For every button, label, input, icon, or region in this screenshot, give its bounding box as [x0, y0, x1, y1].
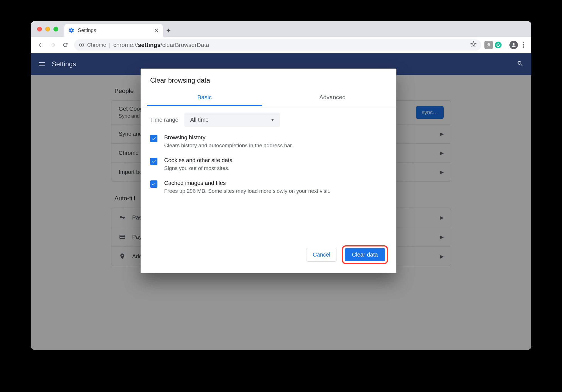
time-range-select[interactable]: All time ▼: [184, 113, 280, 127]
option-desc: Clears history and autocompletions in th…: [164, 142, 293, 149]
maximize-window-icon[interactable]: [53, 27, 58, 31]
browser-tab-settings[interactable]: Settings ✕: [64, 24, 163, 37]
highlight-ring: Clear data: [342, 245, 388, 264]
minimize-window-icon[interactable]: [45, 27, 50, 31]
new-tab-button[interactable]: +: [163, 24, 174, 37]
svg-point-1: [81, 44, 82, 46]
bookmark-star-icon[interactable]: [470, 41, 477, 49]
checkbox-cookies[interactable]: [150, 158, 157, 165]
tab-title: Settings: [78, 28, 96, 33]
chrome-menu-button[interactable]: [519, 42, 527, 48]
cancel-button[interactable]: Cancel: [306, 248, 337, 262]
option-cookies: Cookies and other site data Signs you ou…: [141, 152, 396, 175]
chrome-label: Chrome: [87, 42, 106, 48]
omnibox[interactable]: Chrome | chrome://settings/clearBrowserD…: [74, 39, 481, 51]
arrow-right-icon: [50, 42, 56, 48]
extension-grammarly-icon[interactable]: [494, 41, 502, 49]
time-range-row: Time range All time ▼: [141, 106, 396, 129]
clear-data-button[interactable]: Clear data: [345, 248, 385, 261]
option-cache: Cached images and files Frees up 296 MB.…: [141, 175, 396, 198]
check-icon: [151, 159, 156, 164]
extension-badge-1[interactable]: ℜ: [484, 41, 493, 49]
dialog-tabs: Basic Advanced: [141, 90, 396, 106]
arrow-left-icon: [37, 42, 44, 48]
checkbox-cache[interactable]: [150, 180, 157, 188]
reload-icon: [62, 42, 68, 48]
profile-avatar[interactable]: [509, 41, 518, 49]
chrome-icon: [79, 42, 84, 48]
option-desc: Signs you out of most sites.: [164, 165, 233, 171]
chevron-down-icon: ▼: [271, 118, 275, 122]
address-bar: Chrome | chrome://settings/clearBrowserD…: [31, 37, 531, 53]
reload-button[interactable]: [60, 39, 71, 51]
back-button[interactable]: [35, 39, 46, 51]
time-range-label: Time range: [150, 117, 178, 123]
forward-button[interactable]: [47, 39, 58, 51]
tab-basic[interactable]: Basic: [141, 90, 268, 106]
browser-window: Settings ✕ + Chrome | chrome://settings/…: [31, 21, 531, 350]
checkbox-browsing-history[interactable]: [150, 135, 157, 142]
hamburger-menu-icon[interactable]: [39, 62, 45, 66]
tab-strip: Settings ✕ +: [31, 21, 531, 37]
dialog-actions: Cancel Clear data: [141, 198, 396, 266]
person-icon: [511, 42, 516, 48]
url-display: chrome://settings/clearBrowserData: [113, 42, 209, 48]
check-icon: [151, 136, 156, 141]
content-area: Settings People Get Google Sync and p sy…: [31, 53, 531, 350]
option-title: Cookies and other site data: [164, 157, 233, 164]
close-window-icon[interactable]: [37, 27, 42, 31]
dialog-title: Clear browsing data: [141, 69, 396, 90]
option-browsing-history: Browsing history Clears history and auto…: [141, 129, 396, 152]
time-range-value: All time: [190, 117, 209, 123]
tab-advanced[interactable]: Advanced: [268, 90, 396, 106]
toolbar-divider: [506, 41, 506, 49]
check-icon: [151, 182, 156, 187]
close-tab-icon[interactable]: ✕: [154, 27, 159, 34]
clear-browsing-data-dialog: Clear browsing data Basic Advanced Time …: [141, 69, 396, 273]
settings-title: Settings: [52, 60, 76, 68]
option-title: Cached images and files: [164, 180, 330, 186]
gear-icon: [68, 27, 75, 33]
svg-point-2: [495, 42, 502, 48]
search-icon[interactable]: [517, 60, 523, 68]
option-desc: Frees up 296 MB. Some sites may load mor…: [164, 188, 330, 194]
option-title: Browsing history: [164, 134, 293, 141]
window-controls: [34, 21, 62, 37]
